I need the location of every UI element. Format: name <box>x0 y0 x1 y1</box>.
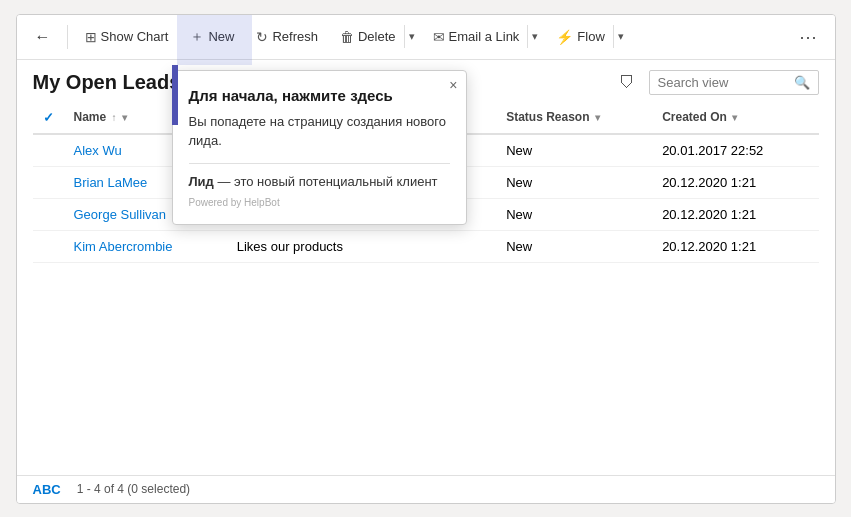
row-status: New <box>496 134 652 167</box>
flow-label: Flow <box>577 29 604 44</box>
page-title: My Open Leads <box>33 71 181 94</box>
toolbar: ← ⊞ Show Chart ＋ New ↻ Refresh 🗑 Dele <box>17 15 835 60</box>
search-icon: 🔍 <box>794 75 810 90</box>
new-button[interactable]: ＋ New <box>182 23 242 51</box>
back-button[interactable]: ← <box>27 24 59 50</box>
delete-button-group: 🗑 Delete ▾ <box>331 23 420 51</box>
new-button-group: ＋ New <box>181 22 243 52</box>
name-link[interactable]: Kim Abercrombie <box>74 239 173 254</box>
email-link-button[interactable]: ✉ Email a Link <box>425 24 528 50</box>
col-status-label: Status Reason <box>506 110 589 124</box>
back-icon: ← <box>35 28 51 46</box>
col-status-reason[interactable]: Status Reason ▾ <box>496 102 652 134</box>
show-chart-label: Show Chart <box>101 29 169 44</box>
name-link[interactable]: George Sullivan <box>74 207 167 222</box>
search-input[interactable] <box>658 75 788 90</box>
new-label: New <box>208 29 234 44</box>
row-status: New <box>496 198 652 230</box>
col-check: ✓ <box>33 102 64 134</box>
created-sort-icon: ▾ <box>732 112 737 123</box>
delete-label: Delete <box>358 29 396 44</box>
row-check[interactable] <box>33 230 64 262</box>
tooltip-title: Для начала, нажмите здесь <box>189 87 450 104</box>
row-created: 20.01.2017 22:52 <box>652 134 818 167</box>
tooltip-powered: Powered by HelpBot <box>189 197 450 208</box>
filter-button[interactable]: ⛉ <box>613 70 641 96</box>
refresh-button-group: ↻ Refresh <box>247 23 327 51</box>
flow-dropdown[interactable]: ▾ <box>613 25 628 48</box>
tooltip-close-button[interactable]: × <box>449 77 457 93</box>
more-icon: ⋯ <box>799 27 817 47</box>
email-icon: ✉ <box>433 29 445 45</box>
status-sort-icon: ▾ <box>595 112 600 123</box>
abc-label: ABC <box>33 482 61 497</box>
row-topic: Likes our products <box>227 230 496 262</box>
row-name: Kim Abercrombie <box>64 230 227 262</box>
tooltip-footer-bold: Лид <box>189 174 214 189</box>
delete-button[interactable]: 🗑 Delete <box>332 24 404 50</box>
delete-icon: 🗑 <box>340 29 354 45</box>
name-link[interactable]: Alex Wu <box>74 143 122 158</box>
record-count: 1 - 4 of 4 (0 selected) <box>77 482 190 496</box>
row-check[interactable] <box>33 166 64 198</box>
flow-group: ⚡ Flow ▾ <box>547 23 628 51</box>
row-status: New <box>496 230 652 262</box>
col-created-on[interactable]: Created On ▾ <box>652 102 818 134</box>
row-check[interactable] <box>33 198 64 230</box>
refresh-button[interactable]: ↻ Refresh <box>248 24 326 50</box>
more-options-button[interactable]: ⋯ <box>791 21 825 53</box>
name-filter-icon: ▾ <box>122 112 127 123</box>
tooltip-divider <box>189 163 450 164</box>
col-name-label: Name <box>74 110 107 124</box>
search-box: 🔍 <box>649 70 819 95</box>
chart-icon: ⊞ <box>85 29 97 45</box>
row-created: 20.12.2020 1:21 <box>652 230 818 262</box>
row-status: New <box>496 166 652 198</box>
col-created-label: Created On <box>662 110 727 124</box>
email-link-group: ✉ Email a Link ▾ <box>424 23 544 51</box>
new-icon: ＋ <box>190 28 204 46</box>
toolbar-separator-1 <box>67 25 68 49</box>
flow-button[interactable]: ⚡ Flow <box>548 24 612 50</box>
refresh-label: Refresh <box>272 29 318 44</box>
status-bar: ABC 1 - 4 of 4 (0 selected) <box>17 475 835 503</box>
show-chart-group: ⊞ Show Chart <box>76 23 178 51</box>
tooltip-footer-text: — это новый потенциальный клиент <box>214 174 438 189</box>
row-check[interactable] <box>33 134 64 167</box>
name-link[interactable]: Brian LaMee <box>74 175 148 190</box>
name-sort-icon: ↑ <box>112 112 117 123</box>
row-created: 20.12.2020 1:21 <box>652 198 818 230</box>
email-link-label: Email a Link <box>449 29 520 44</box>
refresh-icon: ↻ <box>256 29 268 45</box>
email-link-dropdown[interactable]: ▾ <box>527 25 542 48</box>
show-chart-button[interactable]: ⊞ Show Chart <box>77 24 177 50</box>
header-actions: ⛉ 🔍 <box>613 70 819 96</box>
table-row: Kim Abercrombie Likes our products New 2… <box>33 230 819 262</box>
delete-dropdown[interactable]: ▾ <box>404 25 419 48</box>
tooltip-popup: × Для начала, нажмите здесь Вы попадете … <box>172 70 467 225</box>
main-window: ← ⊞ Show Chart ＋ New ↻ Refresh 🗑 Dele <box>16 14 836 504</box>
flow-icon: ⚡ <box>556 29 573 45</box>
header-check-icon: ✓ <box>43 110 54 125</box>
tooltip-body: Вы попадете на страницу создания нового … <box>189 112 450 151</box>
filter-icon: ⛉ <box>619 74 635 91</box>
row-created: 20.12.2020 1:21 <box>652 166 818 198</box>
tooltip-footer: Лид — это новый потенциальный клиент <box>189 174 450 189</box>
